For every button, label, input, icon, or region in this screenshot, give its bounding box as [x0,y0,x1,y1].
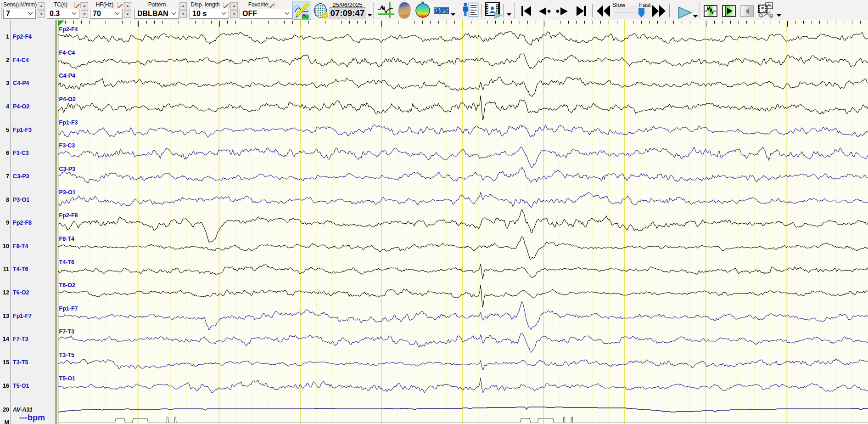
svg-text:T3-T5: T3-T5 [59,352,74,358]
svg-text:T5-O1: T5-O1 [59,375,75,382]
svg-text:F8-T4: F8-T4 [59,236,74,242]
svg-text:P3-O1: P3-O1 [59,189,76,196]
svg-text:T4-T6: T4-T6 [59,259,74,266]
svg-text:T6-O2: T6-O2 [59,282,75,288]
svg-text:Fp1-F3: Fp1-F3 [59,119,78,126]
svg-text:C3-P3: C3-P3 [59,166,75,172]
svg-text:50: 50 [302,13,308,19]
svg-text:F4-C4: F4-C4 [59,50,75,56]
svg-text:Fp2-F8: Fp2-F8 [59,212,78,219]
svg-text:C4-P4: C4-P4 [59,73,75,79]
svg-text:Fp2-F4: Fp2-F4 [59,26,78,33]
svg-text:P4-O2: P4-O2 [59,96,76,102]
svg-text:F7-T3: F7-T3 [59,328,74,335]
svg-text:Fp1-F7: Fp1-F7 [59,305,78,312]
svg-text:F3-C3: F3-C3 [59,142,75,149]
